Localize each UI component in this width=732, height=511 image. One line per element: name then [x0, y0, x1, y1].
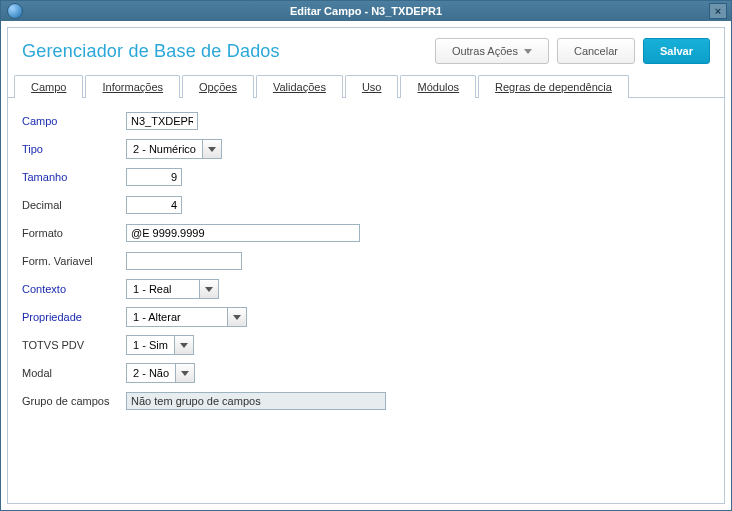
tab-modulos[interactable]: Módulos — [400, 75, 476, 98]
content-area: Gerenciador de Base de Dados Outras Açõe… — [1, 21, 731, 510]
cancel-label: Cancelar — [574, 45, 618, 57]
contexto-value: 1 - Real — [127, 280, 199, 298]
other-actions-button[interactable]: Outras Ações — [435, 38, 549, 64]
modal-select[interactable]: 2 - Não — [126, 363, 195, 383]
label-grupo: Grupo de campos — [22, 395, 126, 407]
label-form-variavel: Form. Variavel — [22, 255, 126, 267]
totvs-pdv-select[interactable]: 1 - Sim — [126, 335, 194, 355]
tab-validacoes[interactable]: Validações — [256, 75, 343, 98]
modal-value: 2 - Não — [127, 364, 175, 382]
tab-informacoes[interactable]: Informações — [85, 75, 180, 98]
save-label: Salvar — [660, 45, 693, 57]
tabs-bar: Campo Informações Opções Validações Uso … — [8, 74, 724, 98]
chevron-down-icon — [199, 280, 218, 298]
save-button[interactable]: Salvar — [643, 38, 710, 64]
label-contexto: Contexto — [22, 283, 126, 295]
page-title: Gerenciador de Base de Dados — [22, 41, 280, 62]
tab-regras[interactable]: Regras de dependência — [478, 75, 629, 98]
tamanho-input[interactable] — [126, 168, 182, 186]
grupo-input — [126, 392, 386, 410]
label-campo: Campo — [22, 115, 126, 127]
label-modal: Modal — [22, 367, 126, 379]
title-bar: Editar Campo - N3_TXDEPR1 × — [1, 1, 731, 21]
chevron-down-icon — [227, 308, 246, 326]
main-panel: Gerenciador de Base de Dados Outras Açõe… — [7, 27, 725, 504]
totvs-pdv-value: 1 - Sim — [127, 336, 174, 354]
chevron-down-icon — [202, 140, 221, 158]
tipo-value: 2 - Numérico — [127, 140, 202, 158]
chevron-down-icon — [524, 49, 532, 54]
label-tipo: Tipo — [22, 143, 126, 155]
label-decimal: Decimal — [22, 199, 126, 211]
chevron-down-icon — [174, 336, 193, 354]
label-tamanho: Tamanho — [22, 171, 126, 183]
label-formato: Formato — [22, 227, 126, 239]
form-area: Campo Tipo 2 - Numérico Tamanho — [8, 98, 724, 503]
header-row: Gerenciador de Base de Dados Outras Açõe… — [8, 28, 724, 74]
form-variavel-input[interactable] — [126, 252, 242, 270]
dialog-window: Editar Campo - N3_TXDEPR1 × Gerenciador … — [0, 0, 732, 511]
chevron-down-icon — [175, 364, 194, 382]
cancel-button[interactable]: Cancelar — [557, 38, 635, 64]
propriedade-value: 1 - Alterar — [127, 308, 227, 326]
label-propriedade: Propriedade — [22, 311, 126, 323]
tab-uso[interactable]: Uso — [345, 75, 399, 98]
other-actions-label: Outras Ações — [452, 45, 518, 57]
tipo-select[interactable]: 2 - Numérico — [126, 139, 222, 159]
tab-campo[interactable]: Campo — [14, 75, 83, 98]
tab-opcoes[interactable]: Opções — [182, 75, 254, 98]
decimal-input[interactable] — [126, 196, 182, 214]
contexto-select[interactable]: 1 - Real — [126, 279, 219, 299]
close-button[interactable]: × — [709, 3, 727, 19]
campo-input[interactable] — [126, 112, 198, 130]
header-actions: Outras Ações Cancelar Salvar — [435, 38, 710, 64]
label-totvs-pdv: TOTVS PDV — [22, 339, 126, 351]
formato-input[interactable] — [126, 224, 360, 242]
propriedade-select[interactable]: 1 - Alterar — [126, 307, 247, 327]
window-title: Editar Campo - N3_TXDEPR1 — [1, 5, 731, 17]
